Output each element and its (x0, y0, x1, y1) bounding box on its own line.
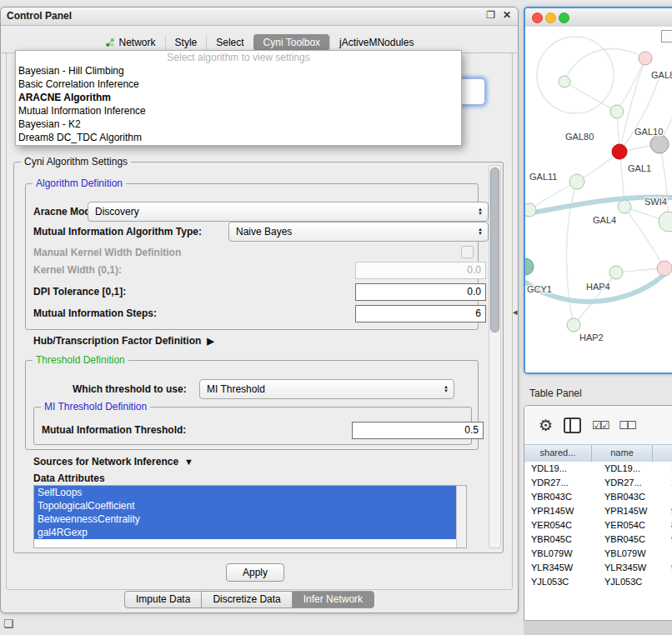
network-node[interactable] (650, 135, 669, 153)
zoom-traffic-light-icon[interactable] (559, 12, 569, 23)
node-label: HAP2 (579, 332, 604, 342)
network-canvas[interactable]: GAL80GAL10GAL11GAL1SWI4GAL4GCY1HAP4HAP2G… (525, 27, 672, 372)
network-node[interactable] (610, 105, 624, 118)
mi-threshold-input[interactable]: 0.5 (352, 422, 484, 439)
table-row[interactable]: YPR145WYPR145W9. (524, 504, 672, 518)
table-cell (664, 490, 672, 504)
mi-type-select[interactable]: Naive Bayes ▲▼ (228, 222, 489, 242)
kernel-width-input[interactable]: 0.0 (355, 262, 486, 279)
data-attribute-item[interactable]: gal4RGexp (34, 526, 457, 539)
close-icon[interactable]: ✕ (503, 9, 511, 21)
close-traffic-light-icon[interactable] (532, 12, 543, 23)
table-row[interactable]: YDR27...YDR27...12 (524, 476, 672, 490)
algorithm-option-bayesian-hill-climbing[interactable]: Bayesian - Hill Climbing (16, 64, 461, 78)
network-node[interactable] (609, 266, 623, 279)
minimize-traffic-light-icon[interactable] (545, 12, 556, 23)
tab-jactivemnodules[interactable]: jActiveMNodules (329, 34, 423, 51)
algorithm-option-bayesian-k2[interactable]: Bayesian - K2 (16, 118, 461, 131)
network-node[interactable] (559, 76, 570, 88)
table-row[interactable]: YBL079WYBL079W (524, 547, 672, 561)
network-node[interactable] (639, 52, 652, 65)
attributes-scrollbar[interactable] (456, 486, 466, 548)
expand-right-icon[interactable]: ▶ (207, 336, 213, 346)
tab-network[interactable]: Network (96, 34, 165, 51)
table-row[interactable]: YLR345WYLR345W9. (524, 561, 672, 575)
network-node[interactable] (659, 212, 672, 232)
mi-steps-input[interactable]: 6 (355, 305, 486, 322)
control-panel-titlebar[interactable]: Control Panel ❐ ✕ (1, 8, 518, 26)
settings-scrollbar-thumb[interactable] (490, 168, 499, 332)
data-attribute-item[interactable]: TopologicalCoefficient (34, 499, 457, 512)
tab-cyni-toolbox[interactable]: Cyni Toolbox (253, 34, 329, 51)
tab-impute-data[interactable]: Impute Data (124, 591, 202, 608)
network-window-titlebar[interactable] (525, 8, 672, 28)
network-graph[interactable]: GAL80GAL10GAL11GAL1SWI4GAL4GCY1HAP4HAP2G… (525, 27, 672, 371)
table-cell: YPR145W (598, 504, 664, 518)
tab-discretize-data[interactable]: Discretize Data (201, 591, 292, 608)
settings-scrollbar[interactable] (489, 165, 501, 548)
aracne-mode-select[interactable]: Discovery ▲▼ (88, 202, 489, 222)
data-attributes-list[interactable]: SelfLoopsTopologicalCoefficientBetweenne… (33, 485, 467, 548)
combo-arrows-icon: ▲▼ (478, 228, 483, 236)
tab-style[interactable]: Style (165, 34, 207, 51)
window-controls: ❐ ✕ (486, 9, 511, 21)
tab-label: jActiveMNodules (339, 37, 414, 48)
hub-section-toggle[interactable]: Hub/Transcription Factor Definition▶ (33, 335, 214, 347)
table-cell: YBR045C (598, 532, 664, 547)
dropdown-options: Bayesian - Hill ClimbingBasic Correlatio… (16, 64, 461, 144)
algorithm-dropdown-popup: Select algorithm to view settings Bayesi… (15, 50, 462, 146)
table-cell (664, 575, 672, 589)
table-row[interactable]: YBR043CYBR043C (524, 490, 672, 504)
table-row[interactable]: YDL19...YDL19...13 (524, 462, 672, 476)
network-edge (564, 82, 617, 112)
algorithm-option-aracne-algorithm[interactable]: ARACNE Algorithm (16, 91, 461, 104)
data-attribute-item[interactable]: BetweennessCentrality (34, 512, 457, 526)
data-attribute-item[interactable]: SelfLoops (34, 486, 457, 499)
which-threshold-select[interactable]: MI Threshold ▲▼ (199, 379, 454, 399)
column-header-name[interactable]: name (592, 445, 653, 462)
column-selector-icon[interactable] (564, 418, 581, 433)
mi-type-value: Naive Bayes (236, 226, 478, 238)
bottom-tab-bar: Impute DataDiscretize DataInfer Network (124, 591, 374, 608)
scrollbar-corner-box (661, 30, 672, 42)
algorithm-option-dream8-dc-tdc-algorithm[interactable]: Dream8 DC_TDC Algorithm (16, 131, 461, 144)
deselect-all-icon[interactable]: ☐☐ (619, 419, 634, 432)
table-cell: YDL19... (524, 462, 598, 476)
column-header-cut[interactable] (653, 445, 672, 462)
table-cell: YBR045C (524, 532, 598, 547)
expand-down-icon[interactable]: ▼ (184, 457, 193, 467)
select-all-icon[interactable]: ☑☑ (592, 419, 608, 432)
sources-section-toggle[interactable]: Sources for Network Inference▼ (33, 456, 193, 468)
network-node[interactable] (657, 261, 672, 276)
table-row[interactable]: YJL053CYJL053C (524, 575, 672, 589)
tab-infer-network[interactable]: Infer Network (292, 591, 374, 608)
column-header-shared[interactable]: shared... (524, 445, 592, 462)
table-row[interactable]: YBR045CYBR045C9. (524, 532, 672, 547)
network-node[interactable] (525, 258, 534, 275)
apply-button[interactable]: Apply (226, 563, 284, 582)
network-node[interactable] (612, 144, 627, 159)
dpi-tolerance-input[interactable]: 0.0 (355, 283, 486, 301)
network-node[interactable] (567, 318, 580, 332)
float-window-icon[interactable]: ❐ (486, 9, 495, 21)
splitter-collapse-icon[interactable]: ◂ (513, 307, 518, 318)
network-node[interactable] (525, 203, 536, 217)
node-label: GAL11 (529, 172, 557, 182)
table-cell: 9. (664, 504, 672, 518)
minimized-window-icon[interactable]: ❏ (3, 617, 14, 630)
hub-section-label: Hub/Transcription Factor Definition (33, 335, 201, 347)
network-view-window: GAL80GAL10GAL11GAL1SWI4GAL4GCY1HAP4HAP2G… (524, 7, 672, 374)
algorithm-option-basic-correlation-inference[interactable]: Basic Correlation Inference (16, 78, 461, 91)
network-node[interactable] (569, 174, 584, 189)
mi-type-label: Mutual Information Algorithm Type: (33, 226, 202, 238)
table-cell: 8. (664, 518, 672, 532)
tab-select[interactable]: Select (206, 34, 253, 51)
table-row[interactable]: YER054CYER054C8. (524, 518, 672, 532)
network-node[interactable] (618, 200, 631, 213)
manual-kernel-checkbox[interactable] (461, 246, 474, 258)
table-cell: YDR27... (524, 476, 598, 490)
tab-label: Cyni Toolbox (263, 37, 320, 48)
algorithm-combobox-partial[interactable] (459, 78, 485, 105)
gear-icon[interactable]: ⚙ (539, 416, 553, 435)
algorithm-option-mutual-information-inference[interactable]: Mutual Information Inference (16, 104, 461, 118)
